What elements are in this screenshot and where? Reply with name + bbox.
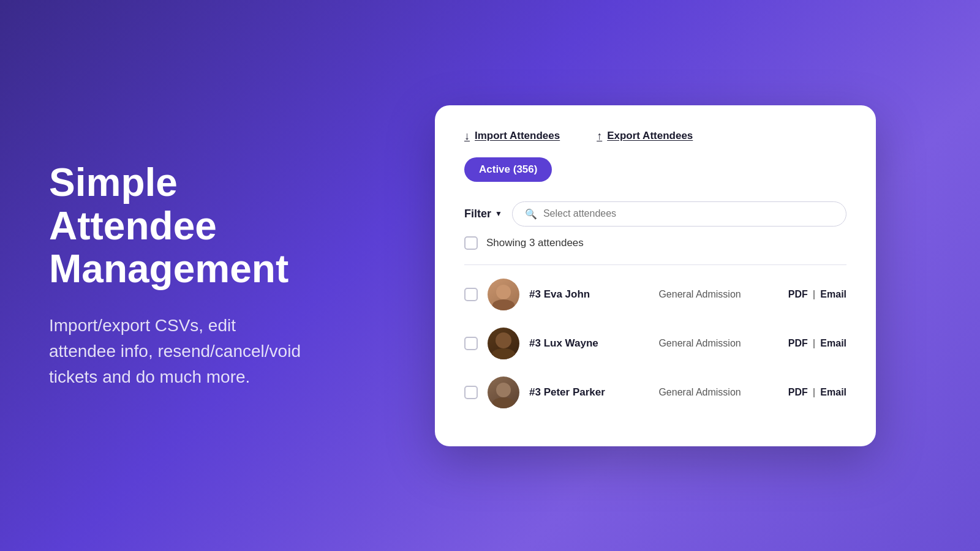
search-icon: 🔍 — [525, 208, 537, 220]
attendee-name-1: #3 Eva John — [529, 288, 649, 301]
attendee-actions-3: PDF | Email — [788, 387, 846, 398]
card-header: ↓ Import Attendees ↑ Export Attendees — [464, 130, 846, 143]
attendee-management-card: ↓ Import Attendees ↑ Export Attendees Ac… — [435, 105, 876, 446]
hero-subtitle: Import/export CSVs, edit attendee info, … — [49, 313, 306, 390]
pdf-button-2[interactable]: PDF — [788, 338, 808, 349]
left-panel: Simple Attendee Management Import/export… — [0, 124, 355, 426]
attendee-actions-1: PDF | Email — [788, 289, 846, 300]
hero-title: Simple Attendee Management — [49, 161, 306, 290]
separator: | — [813, 289, 815, 300]
export-icon: ↑ — [597, 130, 602, 143]
attendee-name-3: #3 Peter Parker — [529, 386, 649, 399]
search-box[interactable]: 🔍 — [512, 201, 846, 227]
search-input[interactable] — [543, 208, 834, 219]
separator: | — [813, 338, 815, 349]
filter-row: Filter ▼ 🔍 — [464, 201, 846, 227]
ticket-type-2: General Admission — [658, 338, 778, 349]
right-panel: ↓ Import Attendees ↑ Export Attendees Ac… — [355, 69, 980, 483]
table-row: #3 Eva John General Admission PDF | Emai… — [464, 270, 846, 319]
export-attendees-button[interactable]: ↑ Export Attendees — [597, 130, 693, 143]
attendee-checkbox-2[interactable] — [464, 337, 478, 350]
attendee-name-2: #3 Lux Wayne — [529, 337, 649, 350]
pdf-button-1[interactable]: PDF — [788, 289, 808, 300]
divider — [464, 264, 846, 265]
attendee-checkbox-3[interactable] — [464, 386, 478, 399]
active-badge[interactable]: Active (356) — [464, 157, 552, 182]
email-button-1[interactable]: Email — [820, 289, 846, 300]
avatar — [488, 377, 519, 408]
table-row: #3 Peter Parker General Admission PDF | … — [464, 368, 846, 417]
import-icon: ↓ — [464, 130, 470, 143]
pdf-button-3[interactable]: PDF — [788, 387, 808, 398]
avatar — [488, 328, 519, 359]
showing-row: Showing 3 attendees — [464, 236, 846, 250]
email-button-2[interactable]: Email — [820, 338, 846, 349]
email-button-3[interactable]: Email — [820, 387, 846, 398]
ticket-type-3: General Admission — [658, 387, 778, 398]
attendee-checkbox-1[interactable] — [464, 288, 478, 301]
import-attendees-button[interactable]: ↓ Import Attendees — [464, 130, 560, 143]
ticket-type-1: General Admission — [658, 289, 778, 300]
separator: | — [813, 387, 815, 398]
avatar — [488, 279, 519, 310]
chevron-down-icon: ▼ — [495, 209, 502, 218]
attendee-actions-2: PDF | Email — [788, 338, 846, 349]
filter-button[interactable]: Filter ▼ — [464, 208, 502, 220]
attendees-list: #3 Eva John General Admission PDF | Emai… — [464, 270, 846, 417]
table-row: #3 Lux Wayne General Admission PDF | Ema… — [464, 319, 846, 368]
select-all-checkbox[interactable] — [464, 236, 478, 250]
showing-count: Showing 3 attendees — [486, 237, 584, 249]
